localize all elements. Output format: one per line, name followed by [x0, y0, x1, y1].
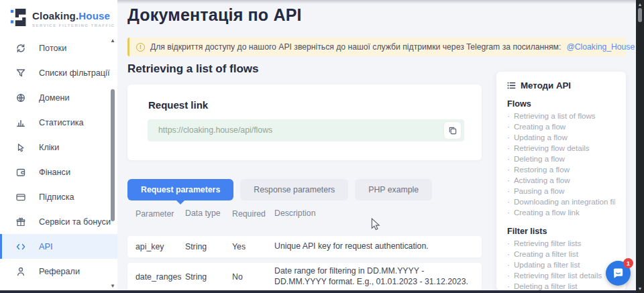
- app-window: Cloaking.House SERVICE FILTERING TRAFFIC…: [0, 0, 644, 293]
- request-link-card: Request link https://cloaking.house/api/…: [127, 84, 482, 160]
- sidebar-item-flows[interactable]: Потоки: [0, 36, 117, 60]
- cell-data-type: String: [185, 272, 232, 282]
- method-link[interactable]: Updating a flow: [507, 132, 615, 143]
- api-methods-title: Методи API: [521, 80, 571, 91]
- cell-required: Yes: [232, 242, 274, 251]
- sidebar-item-label: API: [39, 242, 52, 251]
- method-link[interactable]: Deleting a flow: [507, 154, 615, 164]
- page-title: Документація по API: [127, 5, 302, 25]
- bottom-dark-bar: [0, 290, 636, 293]
- scroll-up-arrow[interactable]: ▲: [636, 2, 644, 7]
- col-header-parameter: Parameter: [127, 209, 185, 219]
- top-shadow: [117, 0, 636, 4]
- sidebar-item-services[interactable]: Сервіси та бонуси: [0, 209, 117, 234]
- chat-widget-button[interactable]: 1: [606, 261, 631, 286]
- parameter-tabs: Request parameters Response parameters P…: [127, 179, 432, 200]
- sidebar: Cloaking.House SERVICE FILTERING TRAFFIC…: [0, 0, 117, 293]
- sync-icon: [15, 43, 26, 54]
- api-methods-heading: Методи API: [507, 80, 615, 91]
- sidebar-scrollbar-thumb[interactable]: [111, 89, 115, 221]
- sidebar-item-filter-lists[interactable]: Списки фільтрації: [0, 60, 117, 85]
- method-link[interactable]: Retrieving flow details: [507, 143, 615, 154]
- method-link[interactable]: Retrieving filter list details: [507, 270, 615, 281]
- sidebar-item-label: Потоки: [39, 44, 66, 53]
- sidebar-item-referrals[interactable]: Реферали: [0, 259, 117, 284]
- col-header-required: Required: [232, 209, 274, 219]
- request-link-title: Request link: [148, 99, 208, 111]
- brand-logo[interactable]: Cloaking.House SERVICE FILTERING TRAFFIC: [10, 7, 115, 30]
- copy-icon: [448, 126, 457, 135]
- method-link[interactable]: Updating a filter list: [507, 259, 615, 270]
- cell-parameter: api_key: [127, 242, 185, 251]
- table-row: api_key String Yes Unique API key for re…: [127, 236, 482, 257]
- method-link[interactable]: Creating a flow: [507, 121, 615, 132]
- chat-bubble-icon: [612, 267, 625, 280]
- gift-icon: [15, 217, 26, 227]
- list-icon: [507, 81, 516, 90]
- globe-icon: [15, 93, 26, 103]
- person-icon: [15, 266, 26, 277]
- sidebar-item-api[interactable]: API: [0, 234, 117, 259]
- filter-icon: [15, 68, 26, 78]
- cell-parameter: date_ranges: [127, 272, 185, 282]
- banner-text: Для відкриття доступу до нашого API звер…: [150, 42, 561, 52]
- window-scrollbar-thumb[interactable]: [638, 8, 642, 22]
- cell-description: Unique API key for request authenticatio…: [274, 241, 482, 252]
- scroll-down-arrow[interactable]: ▼: [636, 286, 644, 291]
- col-header-description: Description: [274, 209, 482, 219]
- tab-response-parameters[interactable]: Response parameters: [240, 179, 348, 200]
- sidebar-item-label: Домени: [39, 93, 70, 103]
- cell-description: Date range for filtering in DD.MM.YYYY -…: [274, 266, 482, 288]
- group-title-filter-lists: Filter lists: [507, 227, 615, 236]
- brand-logo-icon: [10, 7, 28, 30]
- sidebar-item-finance[interactable]: Фінанси: [0, 160, 117, 184]
- code-icon: [15, 241, 26, 252]
- group-title-flows: Flows: [507, 99, 615, 109]
- sidebar-item-label: Підписка: [39, 192, 74, 202]
- method-link[interactable]: Restoring a flow: [507, 164, 615, 175]
- request-url: https://cloaking.house/api/flows: [158, 125, 272, 135]
- request-url-field[interactable]: https://cloaking.house/api/flows: [148, 119, 464, 141]
- sidebar-menu: Потоки Списки фільтрації Домени: [0, 36, 117, 284]
- info-icon: !: [136, 43, 145, 52]
- method-link[interactable]: Retrieving filter lists: [507, 238, 615, 249]
- sidebar-scroll-up-arrow[interactable]: ▲: [110, 38, 115, 44]
- cell-data-type: String: [185, 242, 232, 251]
- api-methods-panel: Методи API Flows Retrieving a list of fl…: [496, 72, 626, 290]
- method-link[interactable]: Downloading an integration file: [507, 196, 615, 207]
- sidebar-scroll-down-arrow[interactable]: ▼: [110, 284, 115, 289]
- credit-card-icon: [15, 192, 26, 202]
- col-header-data-type: Data type: [185, 209, 232, 219]
- sidebar-item-label: Сервіси та бонуси: [39, 217, 111, 227]
- table-row: date_ranges String No Date range for fil…: [127, 263, 482, 290]
- window-scrollbar[interactable]: ▲ ▼: [636, 0, 644, 293]
- telegram-link[interactable]: @Cloaking_House: [566, 42, 635, 52]
- tab-php-example[interactable]: PHP example: [355, 179, 432, 200]
- method-link[interactable]: Creating a filter list: [507, 249, 615, 259]
- method-link[interactable]: Retrieving a list of flows: [507, 111, 615, 121]
- sidebar-item-label: Статистика: [39, 118, 84, 127]
- wallet-icon: [15, 167, 26, 178]
- telegram-support-banner: ! Для відкриття доступу до нашого API зв…: [127, 38, 626, 56]
- section-title: Retrieving a list of flows: [127, 62, 259, 76]
- chat-unread-badge: 1: [623, 258, 633, 268]
- sidebar-item-subscription[interactable]: Підписка: [0, 184, 117, 209]
- sidebar-item-statistics[interactable]: Статистика: [0, 110, 117, 135]
- bar-chart-icon: [15, 117, 26, 128]
- method-link[interactable]: Pausing a flow: [507, 186, 615, 196]
- sidebar-item-domains[interactable]: Домени: [0, 85, 117, 110]
- sidebar-item-label: Кліки: [39, 143, 59, 152]
- brand-name: Cloaking.House: [32, 10, 110, 21]
- brand-tagline: SERVICE FILTERING TRAFFIC: [32, 23, 115, 27]
- cursor-click-icon: [15, 142, 26, 153]
- method-link[interactable]: Creating a flow link: [507, 207, 615, 218]
- tab-request-parameters[interactable]: Request parameters: [127, 179, 233, 200]
- sidebar-item-label: Фінанси: [39, 168, 70, 177]
- sidebar-item-clicks[interactable]: Кліки: [0, 135, 117, 160]
- sidebar-item-label: Реферали: [39, 267, 80, 276]
- table-header-row: Parameter Data type Required Description: [127, 209, 482, 219]
- method-link[interactable]: Deleting a filter list: [507, 281, 615, 290]
- cell-required: No: [232, 272, 274, 282]
- copy-button[interactable]: [444, 122, 461, 139]
- method-link[interactable]: Activating a flow: [507, 175, 615, 186]
